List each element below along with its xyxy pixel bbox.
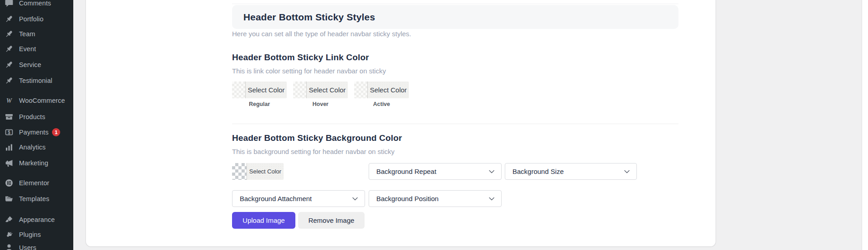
sidebar-item-label: Marketing bbox=[19, 159, 48, 167]
sidebar-item-label: Testimonial bbox=[19, 77, 52, 84]
sidebar-item-portfolio[interactable]: Portfolio bbox=[0, 11, 73, 27]
sidebar-item-label: Users bbox=[19, 244, 36, 250]
select-color-button-regular[interactable]: Select Color bbox=[232, 82, 287, 98]
link-color-heading: Header Bottom Sticky Link Color bbox=[232, 53, 369, 62]
sidebar-item-label: Event bbox=[19, 45, 36, 53]
wordpress-admin-screen: Comments Portfolio Team Event Service Te… bbox=[0, 0, 868, 250]
chevron-down-icon bbox=[489, 197, 494, 201]
woocommerce-icon: W bbox=[5, 96, 14, 105]
chevron-down-icon bbox=[352, 197, 358, 201]
select-color-button-active[interactable]: Select Color bbox=[354, 82, 409, 98]
products-box-icon bbox=[5, 112, 14, 121]
pushpin-icon bbox=[5, 60, 14, 69]
pushpin-icon bbox=[5, 44, 14, 53]
sidebar-item-marketing[interactable]: Marketing bbox=[0, 155, 73, 171]
sidebar-item-users[interactable]: Users bbox=[0, 240, 73, 250]
sidebar-item-label: Analytics bbox=[19, 144, 46, 151]
background-color-description: This is background setting for header na… bbox=[232, 148, 394, 155]
megaphone-icon bbox=[5, 159, 14, 168]
background-select-color-button[interactable]: Select Color bbox=[232, 163, 284, 180]
section-top-rule bbox=[232, 4, 678, 4]
link-color-hover-control: Select Color Hover bbox=[293, 82, 348, 107]
sidebar-item-comments[interactable]: Comments bbox=[0, 0, 73, 11]
state-label-active: Active bbox=[354, 101, 409, 107]
background-attachment-select[interactable]: Background Attachment bbox=[232, 190, 365, 207]
page-scrollbar[interactable] bbox=[862, 0, 868, 250]
sidebar-item-payments[interactable]: $ Payments 1 bbox=[0, 125, 73, 140]
sidebar-item-label: Appearance bbox=[19, 216, 55, 223]
bar-chart-icon bbox=[5, 143, 14, 152]
sidebar-item-analytics[interactable]: Analytics bbox=[0, 139, 73, 155]
paintbrush-icon bbox=[5, 215, 14, 224]
sidebar-item-label: WooCommerce bbox=[19, 97, 65, 104]
pushpin-icon bbox=[5, 29, 14, 38]
sidebar-item-label: Portfolio bbox=[19, 15, 43, 23]
upload-image-button[interactable]: Upload Image bbox=[232, 212, 295, 229]
sidebar-item-label: Team bbox=[19, 30, 35, 38]
folder-icon bbox=[5, 194, 14, 203]
sidebar-item-label: Comments bbox=[19, 0, 51, 7]
select-color-button-hover[interactable]: Select Color bbox=[293, 82, 348, 98]
payments-count-badge: 1 bbox=[52, 128, 60, 136]
panel-header: Header Bottom Sticky Styles bbox=[232, 5, 678, 29]
plug-icon bbox=[5, 230, 14, 239]
background-repeat-select[interactable]: Background Repeat bbox=[369, 163, 502, 180]
sidebar-item-woocommerce[interactable]: W WooCommerce bbox=[0, 93, 73, 108]
remove-image-button[interactable]: Remove Image bbox=[298, 212, 365, 229]
sidebar-item-team[interactable]: Team bbox=[0, 26, 73, 42]
sidebar-item-label: Elementor bbox=[19, 179, 49, 187]
sidebar-item-label: Templates bbox=[19, 195, 49, 202]
sidebar-item-service[interactable]: Service bbox=[0, 57, 73, 72]
state-label-hover: Hover bbox=[293, 101, 348, 107]
sidebar-item-appearance[interactable]: Appearance bbox=[0, 212, 73, 227]
link-color-active-control: Select Color Active bbox=[354, 82, 409, 107]
sidebar-item-label: Products bbox=[19, 113, 45, 120]
sidebar-item-event[interactable]: Event bbox=[0, 41, 73, 57]
user-icon bbox=[5, 243, 14, 250]
admin-sidebar: Comments Portfolio Team Event Service Te… bbox=[0, 0, 73, 250]
sidebar-item-products[interactable]: Products bbox=[0, 109, 73, 125]
link-color-regular-control: Select Color Regular bbox=[232, 82, 287, 107]
color-swatch bbox=[232, 82, 246, 98]
settings-panel: Header Bottom Sticky Styles Here you can… bbox=[85, 0, 716, 247]
background-position-select[interactable]: Background Position bbox=[369, 190, 502, 207]
sidebar-item-elementor[interactable]: Elementor bbox=[0, 175, 73, 191]
page-subtitle: Here you can set all the type of header … bbox=[232, 30, 411, 38]
state-label-regular: Regular bbox=[232, 101, 287, 107]
sidebar-item-label: Plugins bbox=[19, 231, 41, 238]
sidebar-item-templates[interactable]: Templates bbox=[0, 191, 73, 207]
color-swatch bbox=[293, 82, 307, 98]
chevron-down-icon bbox=[624, 170, 630, 173]
link-color-description: This is link color setting for header na… bbox=[232, 67, 386, 75]
sidebar-item-testimonial[interactable]: Testimonial bbox=[0, 73, 73, 88]
comment-icon bbox=[5, 0, 14, 8]
chevron-down-icon bbox=[489, 170, 494, 173]
color-swatch bbox=[354, 82, 368, 98]
svg-text:W: W bbox=[6, 97, 13, 104]
sidebar-item-label: Payments bbox=[19, 129, 48, 136]
page-title: Header Bottom Sticky Styles bbox=[243, 12, 375, 23]
pushpin-icon bbox=[5, 14, 14, 24]
sidebar-item-label: Service bbox=[19, 61, 41, 68]
background-color-heading: Header Bottom Sticky Background Color bbox=[232, 133, 402, 143]
background-size-select[interactable]: Background Size bbox=[505, 163, 637, 180]
pushpin-icon bbox=[5, 76, 14, 85]
svg-text:$: $ bbox=[8, 130, 10, 135]
elementor-icon bbox=[5, 178, 14, 188]
section-divider bbox=[232, 124, 678, 124]
payments-icon: $ bbox=[5, 128, 14, 137]
transparency-checker-swatch bbox=[232, 163, 247, 180]
